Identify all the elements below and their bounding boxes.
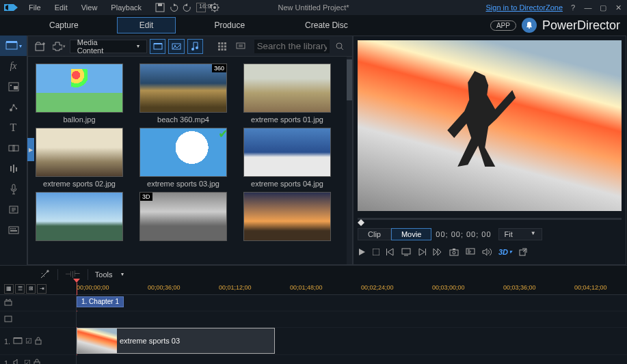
preview-clip-tab[interactable]: Clip	[358, 228, 391, 240]
tools-dropdown[interactable]: Tools▾	[95, 270, 124, 279]
subtitle-room-button[interactable]	[0, 220, 27, 240]
mode-capture[interactable]: Capture	[27, 18, 101, 33]
grid-view-button[interactable]	[214, 39, 230, 54]
search-icon[interactable]	[332, 39, 348, 54]
library-item[interactable]	[241, 192, 333, 244]
chapter-room-button[interactable]	[0, 199, 27, 220]
maximize-button[interactable]: ▢	[598, 3, 608, 12]
preview-movie-tab[interactable]: Movie	[391, 228, 431, 240]
timeline-add-track[interactable]: ⊞	[26, 284, 36, 294]
chapter-marker[interactable]: 1. Chapter 1	[77, 296, 124, 307]
pip-room-button[interactable]	[0, 76, 27, 97]
library-menu-button[interactable]	[232, 39, 248, 54]
library-item[interactable]: extreme sports 01.jpg	[241, 64, 333, 124]
preview-fit-dropdown[interactable]: Fit▼	[498, 228, 542, 240]
svg-rect-68	[34, 362, 40, 365]
help-button[interactable]: ?	[568, 3, 578, 12]
preview-options-button[interactable]	[466, 248, 475, 256]
menu-view[interactable]: View	[76, 2, 103, 13]
magic-tools-button[interactable]	[40, 270, 51, 279]
prev-frame-button[interactable]	[386, 248, 395, 256]
step-button[interactable]	[401, 248, 411, 256]
timeline-clip[interactable]: extreme sports 03	[77, 328, 275, 354]
fx-track-icon[interactable]	[4, 315, 12, 324]
preview-seekbar[interactable]	[358, 218, 622, 220]
close-button[interactable]: ✕	[613, 3, 623, 12]
transition-room-button[interactable]	[0, 138, 27, 158]
timeline-view-film[interactable]: ▦	[4, 284, 14, 294]
import-button[interactable]	[32, 39, 48, 54]
timeline-markers[interactable]: ⇥	[37, 284, 46, 294]
library-item[interactable]: 3D	[137, 192, 229, 244]
menu-playback[interactable]: Playback	[105, 2, 147, 13]
play-button[interactable]	[358, 248, 366, 256]
library-item-label: beach 360.mp4	[157, 115, 209, 124]
settings-icon[interactable]	[210, 3, 219, 12]
svg-rect-56	[450, 250, 458, 255]
app-badge[interactable]: APP	[490, 20, 516, 31]
minimize-button[interactable]: —	[583, 3, 593, 12]
undock-button[interactable]	[519, 248, 527, 256]
filter-audio-button[interactable]	[187, 39, 203, 54]
mode-edit[interactable]: Edit	[117, 17, 176, 33]
track-visible-toggle[interactable]: ☑	[25, 337, 32, 346]
fast-forward-button[interactable]	[433, 248, 442, 256]
svg-rect-19	[13, 165, 14, 173]
filter-image-button[interactable]	[168, 39, 184, 54]
preview-display[interactable]	[358, 40, 622, 211]
mode-create-disc[interactable]: Create Disc	[283, 18, 370, 33]
undo-icon[interactable]	[169, 3, 178, 12]
svg-rect-17	[13, 145, 18, 151]
mode-produce[interactable]: Produce	[192, 18, 267, 33]
notifications-icon[interactable]	[522, 18, 537, 33]
stop-button[interactable]	[373, 249, 379, 255]
brand-name: PowerDirector	[542, 18, 620, 33]
track-lock-toggle[interactable]	[35, 337, 42, 346]
library-item[interactable]: extreme sports 04.jpg	[241, 128, 333, 188]
voiceover-room-button[interactable]	[0, 179, 27, 199]
3d-button[interactable]: 3D▾	[498, 248, 512, 256]
signin-link[interactable]: Sign in to DirectorZone	[486, 3, 563, 12]
fx-room-button[interactable]: fx	[0, 56, 27, 76]
media-room-button[interactable]: ▾	[0, 36, 27, 56]
audio-mix-button[interactable]	[0, 158, 27, 179]
library-item[interactable]: ballon.jpg	[34, 64, 125, 124]
svg-rect-50	[386, 249, 387, 255]
particle-room-button[interactable]	[0, 97, 27, 117]
library-category-dropdown[interactable]: Media Content▾	[70, 40, 147, 53]
svg-point-26	[12, 228, 14, 229]
svg-rect-12	[14, 86, 18, 89]
menu-edit[interactable]: Edit	[49, 2, 73, 13]
timeline-view-list[interactable]: ☰	[15, 284, 25, 294]
svg-point-27	[14, 228, 16, 229]
timeline-ruler[interactable]: 00;00;00;0000;00;36;0000;01;12;0000;01;4…	[77, 283, 627, 295]
filter-video-button[interactable]	[150, 39, 165, 54]
svg-rect-29	[154, 44, 162, 49]
project-title: New Untitled Project*	[278, 3, 349, 12]
track-lock-audio[interactable]	[34, 359, 40, 365]
track-audible-toggle[interactable]: ☑	[24, 359, 31, 364]
title-room-button[interactable]: T	[0, 117, 27, 138]
split-button[interactable]: ⊣|⊢	[65, 270, 81, 279]
search-input[interactable]	[254, 40, 330, 53]
library-item[interactable]: extreme sports 02.jpg	[34, 128, 125, 188]
ruler-timestamp: 00;00;36;00	[148, 284, 181, 291]
library-item[interactable]	[34, 192, 125, 244]
save-icon[interactable]	[155, 3, 165, 12]
library-item[interactable]: ✔extreme sports 03.jpg	[137, 128, 229, 188]
volume-button[interactable]	[482, 248, 492, 256]
menu-file[interactable]: File	[23, 2, 46, 13]
library-item-label: ballon.jpg	[63, 115, 95, 124]
library-item[interactable]: 360beach 360.mp4	[137, 64, 229, 124]
library-scrollbar[interactable]	[347, 57, 352, 264]
svg-rect-42	[221, 48, 223, 51]
redo-icon[interactable]	[183, 3, 192, 12]
snapshot-button[interactable]	[449, 248, 459, 256]
video-track-icon[interactable]	[13, 337, 23, 346]
audio-track-icon[interactable]	[13, 359, 21, 365]
next-frame-button[interactable]	[418, 248, 426, 256]
aspect-ratio-dropdown[interactable]: 16:9▾	[196, 3, 206, 12]
marker-track-icon[interactable]	[4, 298, 12, 308]
plugins-button[interactable]: ▾	[51, 39, 66, 54]
seek-playhead[interactable]	[358, 219, 364, 226]
